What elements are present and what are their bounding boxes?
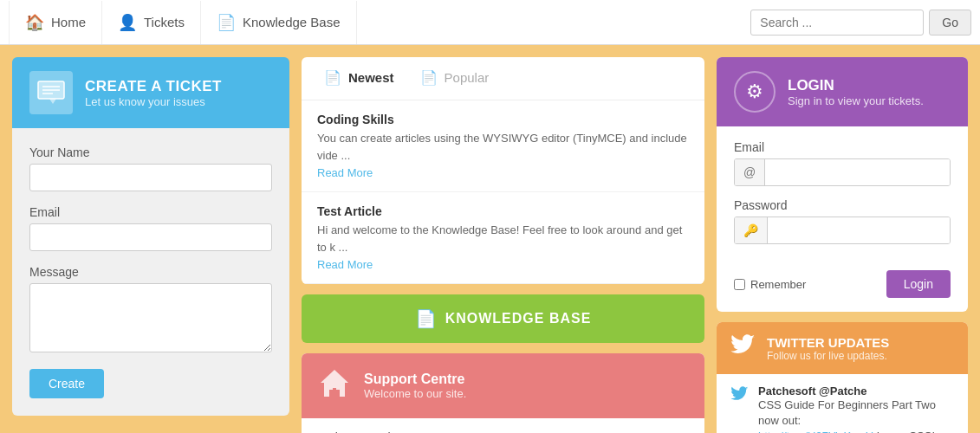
name-input[interactable] bbox=[29, 164, 272, 191]
navbar: 🏠 Home 👤 Tickets 📄 Knowledge Base Go bbox=[0, 0, 980, 45]
support-body: Welcome to the Support Centre. bbox=[302, 418, 704, 433]
knowledge-base-button[interactable]: 📄 KNOWLEDGE BASE bbox=[302, 294, 704, 343]
search-button[interactable]: Go bbox=[929, 10, 971, 36]
twitter-section: TWITTER UPDATES Follow us for live updat… bbox=[717, 322, 968, 433]
article-body-0: You can create articles using the WYSIWY… bbox=[317, 130, 689, 164]
document-icon: 📄 bbox=[217, 13, 236, 32]
message-group: Message bbox=[29, 265, 272, 355]
svg-rect-7 bbox=[335, 390, 340, 397]
login-password-input[interactable] bbox=[768, 217, 950, 243]
login-password-label: Password bbox=[734, 198, 951, 212]
user-icon: 👤 bbox=[118, 13, 137, 32]
login-password-field: 🔑 bbox=[734, 216, 951, 244]
kb-btn-label: KNOWLEDGE BASE bbox=[445, 311, 592, 326]
lock-icon: 🔑 bbox=[735, 217, 768, 243]
login-email-input[interactable] bbox=[765, 159, 950, 185]
newest-tab-label: Newest bbox=[348, 70, 394, 85]
remember-text: Remember bbox=[750, 278, 806, 291]
tweet-link[interactable]: http://t.co/U97YisKweU bbox=[758, 430, 873, 433]
support-house-icon bbox=[317, 365, 352, 406]
support-section: Support Centre Welcome to our site. Welc… bbox=[302, 353, 704, 433]
create-ticket-title: CREATE A TICKET bbox=[85, 78, 222, 95]
newest-icon: 📄 bbox=[324, 69, 341, 86]
twitter-header-text: TWITTER UPDATES Follow us for live updat… bbox=[767, 335, 889, 362]
tab-newest[interactable]: 📄 Newest bbox=[315, 57, 403, 100]
article-item-0: Coding Skills You can create articles us… bbox=[302, 100, 704, 192]
remember-checkbox[interactable] bbox=[734, 279, 745, 290]
login-subtitle: Sign in to view your tickets. bbox=[788, 94, 924, 107]
message-input[interactable] bbox=[29, 283, 272, 352]
twitter-subtitle: Follow us for live updates. bbox=[767, 350, 889, 362]
login-body: Email @ Password 🔑 bbox=[717, 126, 968, 270]
right-panel: ⚙ LOGIN Sign in to view your tickets. Em… bbox=[717, 57, 968, 433]
tweet-suffix: Learn CSS! bbox=[877, 430, 935, 433]
tweet-text: CSS Guide For Beginners Part Two now out… bbox=[758, 397, 954, 433]
login-email-group: Email @ bbox=[734, 140, 951, 186]
tab-popular[interactable]: 📄 Popular bbox=[412, 57, 498, 100]
login-title: LOGIN bbox=[788, 77, 924, 94]
twitter-header: TWITTER UPDATES Follow us for live updat… bbox=[717, 322, 968, 374]
twitter-title: TWITTER UPDATES bbox=[767, 335, 889, 350]
create-button[interactable]: Create bbox=[29, 369, 104, 398]
svg-rect-6 bbox=[329, 390, 334, 397]
support-header: Support Centre Welcome to our site. bbox=[302, 353, 704, 418]
svg-marker-4 bbox=[49, 99, 56, 104]
ticket-icon bbox=[29, 71, 73, 114]
articles-tabs: 📄 Newest 📄 Popular bbox=[302, 57, 704, 100]
twitter-tweet: Patchesoft @Patche CSS Guide For Beginne… bbox=[717, 374, 968, 433]
tweet-text-main: CSS Guide For Beginners Part Two now out… bbox=[758, 398, 936, 427]
nav-kb-label: Knowledge Base bbox=[243, 15, 341, 29]
email-input[interactable] bbox=[29, 223, 272, 251]
popular-icon: 📄 bbox=[420, 69, 438, 86]
email-group: Email bbox=[29, 205, 272, 251]
read-more-1[interactable]: Read More bbox=[317, 258, 689, 271]
search-input[interactable] bbox=[750, 10, 924, 36]
email-label: Email bbox=[29, 205, 272, 219]
support-subtitle: Welcome to our site. bbox=[364, 387, 466, 400]
message-label: Message bbox=[29, 265, 272, 279]
article-body-1: Hi and welcome to the Knowledge Base! Fe… bbox=[317, 222, 689, 255]
gear-icon: ⚙ bbox=[734, 71, 776, 113]
nav-home[interactable]: 🏠 Home bbox=[9, 1, 102, 44]
remember-label[interactable]: Remember bbox=[734, 278, 806, 291]
middle-panel: 📄 Newest 📄 Popular Coding Skills You can… bbox=[302, 57, 704, 433]
popular-tab-label: Popular bbox=[445, 70, 490, 85]
nav-home-label: Home bbox=[51, 15, 86, 29]
login-button[interactable]: Login bbox=[886, 270, 951, 298]
svg-marker-5 bbox=[321, 370, 348, 397]
name-label: Your Name bbox=[29, 145, 272, 159]
at-icon: @ bbox=[735, 159, 765, 185]
login-footer: Remember Login bbox=[717, 270, 968, 312]
twitter-header-icon bbox=[730, 334, 756, 362]
article-item-1: Test Article Hi and welcome to the Knowl… bbox=[302, 192, 704, 284]
home-icon: 🏠 bbox=[25, 13, 44, 32]
article-title-0: Coding Skills bbox=[317, 113, 689, 126]
login-header-text: LOGIN Sign in to view your tickets. bbox=[788, 77, 924, 107]
read-more-0[interactable]: Read More bbox=[317, 166, 689, 179]
login-section: ⚙ LOGIN Sign in to view your tickets. Em… bbox=[717, 57, 968, 312]
ticket-header-text: CREATE A TICKET Let us know your issues bbox=[85, 78, 222, 108]
create-ticket-subtitle: Let us know your issues bbox=[85, 95, 222, 108]
support-text: Support Centre Welcome to our site. bbox=[364, 372, 466, 400]
login-email-label: Email bbox=[734, 140, 951, 154]
kb-icon: 📄 bbox=[415, 308, 437, 329]
article-title-1: Test Article bbox=[317, 204, 689, 218]
nav-tickets[interactable]: 👤 Tickets bbox=[102, 1, 201, 44]
ticket-body: Your Name Email Message Create bbox=[12, 128, 289, 416]
login-email-field: @ bbox=[734, 158, 951, 186]
articles-section: 📄 Newest 📄 Popular Coding Skills You can… bbox=[302, 57, 704, 284]
ticket-header: CREATE A TICKET Let us know your issues bbox=[12, 57, 289, 128]
tweet-bird-icon bbox=[730, 385, 750, 433]
main-content: CREATE A TICKET Let us know your issues … bbox=[0, 45, 980, 433]
nav-items: 🏠 Home 👤 Tickets 📄 Knowledge Base bbox=[9, 1, 750, 44]
support-title: Support Centre bbox=[364, 372, 466, 387]
nav-kb[interactable]: 📄 Knowledge Base bbox=[201, 1, 357, 44]
nav-tickets-label: Tickets bbox=[144, 15, 185, 29]
name-group: Your Name bbox=[29, 145, 272, 191]
tweet-username: Patchesoft @Patche bbox=[758, 385, 954, 397]
login-password-group: Password 🔑 bbox=[734, 198, 951, 244]
search-form: Go bbox=[750, 10, 971, 36]
left-panel: CREATE A TICKET Let us know your issues … bbox=[12, 57, 289, 433]
login-header: ⚙ LOGIN Sign in to view your tickets. bbox=[717, 57, 968, 126]
tweet-content: Patchesoft @Patche CSS Guide For Beginne… bbox=[758, 385, 954, 433]
